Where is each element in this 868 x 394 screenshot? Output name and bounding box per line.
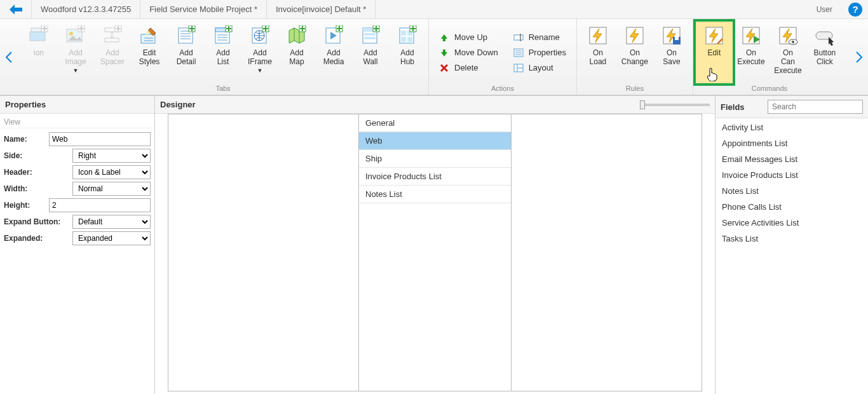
- properties-panel: Properties View Name:Side:RightHeader:Ic…: [0, 96, 155, 394]
- ribbon-button-add-spacer: AddSpacer: [94, 22, 131, 83]
- field-item[interactable]: Phone Calls List: [715, 199, 868, 215]
- field-item[interactable]: Appointments List: [715, 135, 868, 151]
- prop-select[interactable]: Icon & Label: [72, 165, 151, 179]
- ribbon-button-on-change[interactable]: OnChange: [616, 22, 653, 83]
- action-layout[interactable]: Layout: [511, 62, 569, 74]
- canvas-left[interactable]: [168, 114, 359, 391]
- ribbon-button-on-load[interactable]: OnLoad: [580, 22, 616, 83]
- ribbon-button-on-execute[interactable]: OnExecute: [733, 22, 770, 83]
- canvas-right[interactable]: [512, 114, 702, 391]
- titlebar: Woodford v12.3.3.47255 Field Service Mob…: [0, 0, 868, 19]
- layout-icon: [513, 63, 524, 73]
- prop-select[interactable]: Right: [72, 149, 151, 163]
- prop-row-header: Header:Icon & Label: [0, 164, 154, 180]
- svg-rect-25: [364, 33, 376, 36]
- zoom-track: [640, 104, 710, 106]
- svg-point-46: [792, 41, 794, 43]
- media-icon: [323, 25, 344, 46]
- ribbon-button-add-list[interactable]: AddList: [205, 22, 241, 83]
- down-icon: [439, 48, 449, 58]
- ribbon-button-add-hub[interactable]: AddHub: [389, 22, 426, 83]
- help-icon[interactable]: ?: [843, 3, 868, 17]
- user-label[interactable]: User: [806, 5, 843, 14]
- ribbon-button-button-click[interactable]: ButtonClick: [806, 22, 843, 83]
- action-rename[interactable]: Rename: [511, 31, 569, 44]
- prop-select[interactable]: Default: [72, 215, 151, 229]
- ribbon-button-edit-styles[interactable]: EditStyles: [131, 22, 168, 83]
- designer-canvas[interactable]: GeneralWebShipInvoice Products ListNotes…: [168, 114, 702, 391]
- prop-label: Expand Button:: [4, 217, 72, 226]
- zoom-thumb[interactable]: [640, 100, 645, 109]
- title-tab[interactable]: Field Service Mobile Project *: [140, 0, 267, 18]
- properties-header: Properties: [0, 96, 154, 114]
- designer-header: Designer: [155, 96, 715, 114]
- ribbon-scroll-left[interactable]: [0, 19, 18, 95]
- prop-select[interactable]: Normal: [72, 182, 151, 196]
- ribbon-scroll-right[interactable]: [850, 19, 868, 95]
- titlebar-right: User ?: [806, 0, 868, 18]
- field-item[interactable]: Invoice Products List: [715, 167, 868, 183]
- designer-tab-notes-list[interactable]: Notes List: [359, 186, 511, 203]
- bolt-click-icon: [815, 25, 835, 46]
- ribbon-button-add-detail[interactable]: AddDetail: [168, 22, 205, 83]
- button-label: AddSpacer: [100, 48, 125, 66]
- chevron-right-icon: [856, 51, 862, 63]
- main: Properties View Name:Side:RightHeader:Ic…: [0, 95, 868, 394]
- designer-tab-invoice-products-list[interactable]: Invoice Products List: [359, 168, 511, 186]
- ribbon-button-add-media[interactable]: AddMedia: [315, 22, 352, 83]
- iframe-icon: [250, 25, 270, 46]
- field-item[interactable]: Email Messages List: [715, 151, 868, 167]
- section-icon: [29, 25, 49, 46]
- action-move-up[interactable]: Move Up: [437, 31, 501, 44]
- prop-input[interactable]: [49, 132, 151, 146]
- field-item[interactable]: Notes List: [715, 183, 868, 199]
- button-label: Edit: [708, 48, 721, 57]
- ribbon-button-edit[interactable]: Edit: [696, 22, 733, 83]
- action-label: Move Down: [454, 48, 498, 57]
- prop-label: Width:: [4, 184, 72, 193]
- hub-icon: [397, 25, 417, 46]
- action-label: Layout: [529, 63, 553, 72]
- designer-tab-general[interactable]: General: [359, 114, 511, 132]
- svg-point-6: [69, 32, 73, 36]
- up-icon: [439, 32, 449, 43]
- action-label: Properties: [529, 48, 566, 57]
- ribbon-button-add-iframe[interactable]: AddIFrame▼: [241, 22, 278, 83]
- action-label: Delete: [454, 63, 478, 72]
- action-move-down[interactable]: Move Down: [437, 46, 501, 59]
- button-label: OnLoad: [590, 48, 607, 66]
- image-icon: [65, 25, 86, 46]
- delete-icon: [439, 63, 449, 73]
- button-label: AddImage: [65, 48, 86, 66]
- ribbon-button-on-can-execute[interactable]: OnCanExecute: [770, 22, 806, 83]
- prop-row-side: Side:Right: [0, 147, 154, 164]
- ribbon-button-add-map[interactable]: AddMap: [278, 22, 315, 83]
- zoom-slider[interactable]: [640, 104, 710, 106]
- field-item[interactable]: Activity List: [715, 119, 868, 135]
- field-item[interactable]: Service Activities List: [715, 215, 868, 231]
- action-properties[interactable]: Properties: [511, 46, 569, 59]
- svg-rect-41: [675, 37, 679, 40]
- prop-select[interactable]: Expanded: [72, 231, 151, 245]
- svg-rect-2: [30, 32, 45, 41]
- ribbon-button-add-wall[interactable]: AddWall: [352, 22, 389, 83]
- prop-input[interactable]: [49, 198, 151, 212]
- chevron-down-icon: ▼: [257, 67, 263, 74]
- canvas-mid[interactable]: GeneralWebShipInvoice Products ListNotes…: [359, 114, 512, 391]
- ribbon-button-add-image: AddImage▼: [57, 22, 94, 83]
- svg-rect-26: [364, 37, 376, 39]
- title-tab[interactable]: Invoice[invoice] Default *: [267, 0, 376, 18]
- bolt-edit-icon: [704, 25, 724, 46]
- designer-tab-ship[interactable]: Ship: [359, 150, 511, 168]
- ribbon-button-on-save[interactable]: OnSave: [653, 22, 690, 83]
- button-label: EditStyles: [139, 48, 160, 66]
- search-input[interactable]: [768, 100, 863, 114]
- title-tab[interactable]: Woodford v12.3.3.47255: [32, 0, 140, 18]
- designer-tab-web[interactable]: Web: [359, 132, 511, 150]
- field-item[interactable]: Tasks List: [715, 231, 868, 247]
- button-label: OnChange: [621, 48, 648, 66]
- back-button[interactable]: [0, 0, 32, 18]
- fields-title: Fields: [721, 102, 745, 112]
- action-delete[interactable]: Delete: [437, 62, 501, 74]
- chevron-left-icon: [6, 51, 12, 63]
